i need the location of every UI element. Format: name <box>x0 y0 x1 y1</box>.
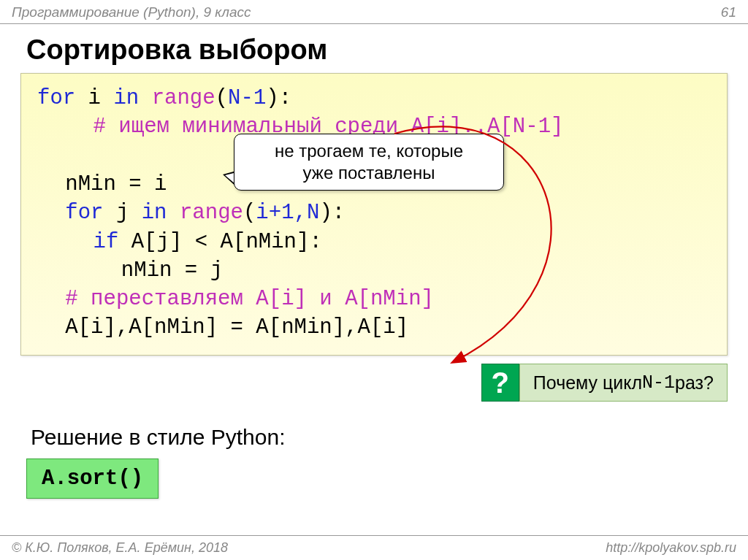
footer-copyright: © К.Ю. Поляков, Е.А. Ерёмин, 2018 <box>12 540 228 556</box>
code-line-4: for j in range(i+1,N): <box>37 199 711 227</box>
slide-title: Сортировка выбором <box>0 24 748 73</box>
code-line-5: if A[j] < A[nMin]: <box>37 228 711 256</box>
code-block: for i in range(N-1): # ищем минимальный … <box>20 73 728 356</box>
question-box: ? Почему цикл N-1 раз? <box>481 364 728 402</box>
code-line-6: nMin = j <box>37 256 711 285</box>
question-text: Почему цикл N-1 раз? <box>519 364 728 402</box>
code-line-8: A[i],A[nMin] = A[nMin],A[i] <box>37 313 711 342</box>
subtitle: Решение в стиле Python: <box>31 425 286 450</box>
python-sort-code: A.sort() <box>26 459 159 499</box>
callout-bubble: не трогаем те, которые уже поставлены <box>234 134 504 191</box>
slide-footer: © К.Ю. Поляков, Е.А. Ерёмин, 2018 http:/… <box>0 535 748 560</box>
footer-url: http://kpolyakov.spb.ru <box>606 540 736 556</box>
question-mark-icon: ? <box>481 364 519 402</box>
callout-line2: уже поставлены <box>245 162 493 184</box>
code-line-7: # переставляем A[i] и A[nMin] <box>37 285 711 313</box>
header-left: Программирование (Python), 9 класс <box>12 4 251 20</box>
code-line-1: for i in range(N-1): <box>37 84 711 112</box>
page-number: 61 <box>721 4 736 20</box>
callout-line1: не трогаем те, которые <box>245 140 493 162</box>
slide-header: Программирование (Python), 9 класс 61 <box>0 0 748 24</box>
